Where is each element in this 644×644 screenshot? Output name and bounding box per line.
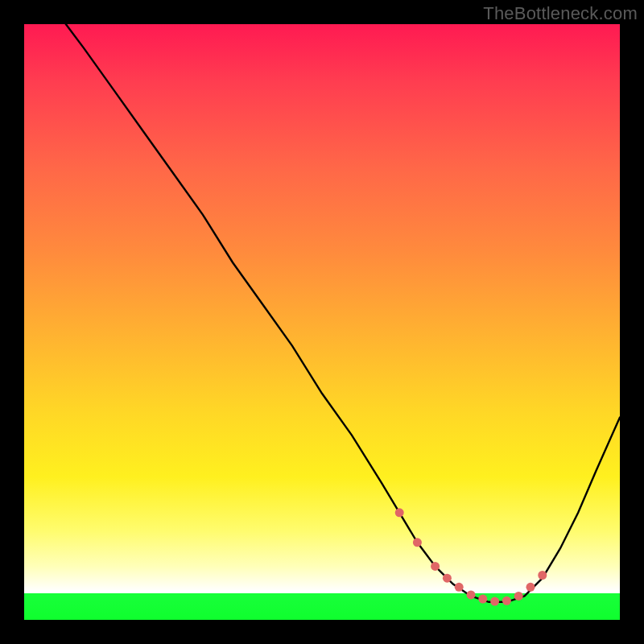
highlight-dot	[490, 597, 499, 606]
highlight-dot	[455, 583, 464, 592]
highlight-dot	[431, 562, 440, 571]
highlight-dot	[538, 571, 547, 580]
watermark-text: TheBottleneck.com	[483, 3, 638, 24]
highlight-dot	[467, 590, 476, 599]
highlight-dot	[443, 574, 452, 583]
highlight-dot	[395, 508, 404, 517]
plot-area	[24, 24, 620, 620]
chart-frame: TheBottleneck.com	[0, 0, 644, 644]
highlight-dot	[478, 595, 487, 604]
highlight-dot	[514, 592, 523, 601]
highlight-dot	[413, 538, 422, 547]
highlight-dot	[526, 583, 535, 592]
curve-svg	[24, 24, 620, 620]
bottleneck-curve	[66, 24, 620, 602]
highlight-dot	[502, 597, 511, 605]
highlight-dots	[395, 508, 547, 605]
